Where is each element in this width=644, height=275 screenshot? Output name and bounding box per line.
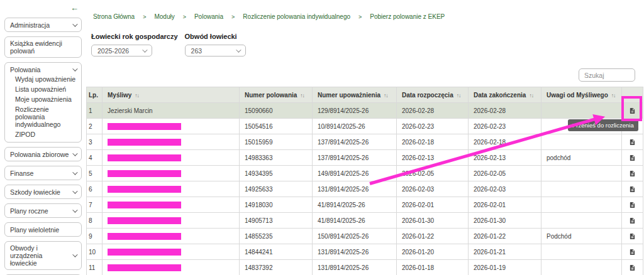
table-row: 315015959137/8914/2025-262026-02-182026-… (87, 134, 643, 150)
cell-notes (541, 181, 622, 197)
sidebar-item-ksiazka-ewidencji-polowan[interactable]: Książka ewidencji polowań (4, 36, 82, 58)
column-header-auth-number[interactable]: Numer upoważnienia↑↓ (313, 87, 397, 103)
sort-icon[interactable]: ↑↓ (457, 92, 461, 99)
move-to-settlement-button[interactable] (627, 137, 638, 148)
sidebar-item-plany-wieloletnie[interactable]: Plany wieloletnie (4, 222, 82, 237)
column-header-start-date[interactable]: Data rozpoczęcia↑↓ (397, 87, 469, 103)
cell-hunter: Jezierski Marcin (103, 103, 240, 119)
column-header-label: Data zakończenia (474, 92, 526, 99)
sidebar-subitem-zipod[interactable]: ZIPOD (15, 131, 76, 138)
column-header-hunt-number[interactable]: Numer polowania↑↓ (240, 87, 313, 103)
cell-hunter (103, 197, 240, 213)
cell-start-date: 2026-02-13 (397, 150, 469, 166)
sidebar-item-obwody-i-urzadzenia-lowieckie[interactable]: Obwody i urządzenia łowieckie (4, 241, 82, 270)
move-to-settlement-button[interactable] (627, 231, 638, 242)
hunts-table: Lp.Myśliwy↑↓Numer polowania↑↓Numer upowa… (86, 87, 643, 275)
cell-lp: 8 (87, 213, 103, 229)
breadcrumb-item[interactable]: Polowania (194, 13, 223, 20)
breadcrumb-item[interactable]: Pobierz polowanie z EKEP (370, 13, 445, 20)
cell-hunt-number: 14837392 (240, 260, 313, 275)
sidebar-subitem-lista-upowaznien[interactable]: Lista upoważnień (15, 85, 76, 93)
sidebar-item-finanse[interactable]: Finanse (4, 166, 82, 180)
column-header-lp: Lp. (87, 87, 103, 103)
search-input[interactable] (579, 68, 635, 82)
sort-icon[interactable]: ↑↓ (135, 92, 139, 99)
sidebar-subitem-wydaj-upowaznienie[interactable]: Wydaj upoważnienie (15, 75, 76, 83)
breadcrumb-item[interactable]: Strona Główna (93, 13, 135, 20)
season-select[interactable]: 2025-2026 (91, 45, 152, 57)
chevron-down-icon (72, 151, 77, 156)
cell-notes (541, 103, 622, 119)
column-header-hunter[interactable]: Myśliwy↑↓ (103, 87, 240, 103)
cell-start-date: 2026-02-01 (397, 197, 469, 213)
cell-end-date: 2026-02-18 (469, 134, 541, 150)
sidebar-subitem-rozliczenie-polowania-indywidualnego[interactable]: Rozliczenie polowania indywidualnego (15, 105, 76, 128)
district-select[interactable]: 263 (185, 45, 246, 57)
cell-hunter (103, 119, 240, 134)
redaction-bar (108, 249, 181, 256)
cell-notes (541, 244, 622, 260)
cell-lp: 11 (87, 260, 103, 275)
sidebar-item-label: Polowania zbiorowe (10, 151, 69, 158)
move-to-settlement-button[interactable] (627, 153, 638, 163)
cell-lp: 7 (87, 197, 103, 213)
chevron-down-icon (72, 252, 77, 257)
sidebar-item-label: Plany roczne (10, 207, 48, 215)
cell-auth-number: 131/8914/2025-26 (313, 260, 397, 275)
cell-notes (541, 260, 622, 275)
move-to-settlement-button[interactable] (627, 184, 638, 195)
cell-start-date: 2026-02-28 (397, 103, 469, 119)
move-to-settlement-button[interactable] (627, 200, 638, 210)
cell-notes (541, 166, 622, 181)
sort-icon[interactable]: ↑↓ (300, 92, 304, 99)
chevron-down-icon (72, 66, 77, 71)
sidebar-item-plany-roczne[interactable]: Plany roczne (4, 203, 82, 218)
cell-start-date: 2026-01-30 (397, 213, 469, 229)
cell-actions (622, 166, 643, 181)
column-header-end-date[interactable]: Data zakończenia↑↓ (469, 87, 541, 103)
breadcrumb-item[interactable]: Rozliczenie polowania indywidualnego (243, 13, 350, 20)
cell-end-date: 2026-01-22 (469, 229, 541, 244)
column-header-notes[interactable]: Uwagi od Myśliwego↑↓ (541, 87, 622, 103)
cell-end-date: 2026-01-19 (469, 260, 541, 275)
sidebar-item-polowania[interactable]: PolowaniaWydaj upoważnienieLista upoważn… (4, 62, 82, 143)
cell-hunt-number: 14934395 (240, 166, 313, 181)
cell-actions (622, 181, 643, 197)
sidebar-collapse-icon[interactable]: ← (70, 4, 79, 14)
document-icon (629, 107, 636, 115)
app-root: ← AdministracjaKsiążka ewidencji polowań… (0, 0, 644, 275)
sort-icon[interactable]: ↑↓ (611, 92, 616, 99)
cell-start-date: 2026-01-18 (397, 260, 469, 275)
move-to-settlement-button[interactable] (627, 262, 638, 273)
season-filter: Łowiecki rok gospodarczy 2025-2026 (91, 33, 178, 57)
table-row: 614925633131/8914/2025-262026-02-032026-… (87, 181, 643, 197)
column-header-label: Uwagi od Myśliwego (547, 92, 608, 99)
move-to-settlement-button[interactable] (627, 247, 638, 257)
sort-icon[interactable]: ↑↓ (529, 92, 533, 99)
sidebar-item-szkody-lowieckie[interactable]: Szkody łowieckie (4, 185, 82, 199)
district-label: Obwód łowiecki (185, 33, 246, 40)
sidebar-item-administracja[interactable]: Administracja (4, 18, 82, 32)
sidebar-item-label: Obwody i urządzenia łowieckie (10, 244, 70, 267)
season-label: Łowiecki rok gospodarczy (91, 33, 178, 40)
sidebar-item-label: Plany wieloletnie (10, 226, 59, 234)
sort-icon[interactable]: ↑↓ (384, 92, 388, 99)
cell-start-date: 2026-01-22 (397, 229, 469, 244)
cell-lp: 6 (87, 181, 103, 197)
table-row: 1114837392131/8914/2025-262026-01-182026… (87, 260, 643, 275)
breadcrumb-item[interactable]: Moduły (154, 13, 174, 20)
table-row: 1Jezierski Marcin15090660129/8914/2025-2… (87, 103, 643, 119)
cell-auth-number: 41/8914/2025-26 (313, 197, 397, 213)
sidebar-subitem-moje-upowaznienia[interactable]: Moje upoważnienia (15, 95, 76, 103)
move-to-settlement-button[interactable] (627, 105, 638, 116)
move-to-settlement-button[interactable] (627, 168, 638, 179)
redaction-bar (108, 139, 181, 146)
redaction-bar (108, 264, 181, 271)
cell-end-date: 2026-01-30 (469, 213, 541, 229)
breadcrumb-separator: > (143, 14, 146, 20)
redaction-bar (108, 233, 181, 240)
season-select-value: 2025-2026 (97, 47, 129, 55)
sidebar-item-polowania-zbiorowe[interactable]: Polowania zbiorowe (4, 147, 82, 161)
move-to-settlement-button[interactable] (627, 215, 638, 226)
cell-lp: 5 (87, 166, 103, 181)
